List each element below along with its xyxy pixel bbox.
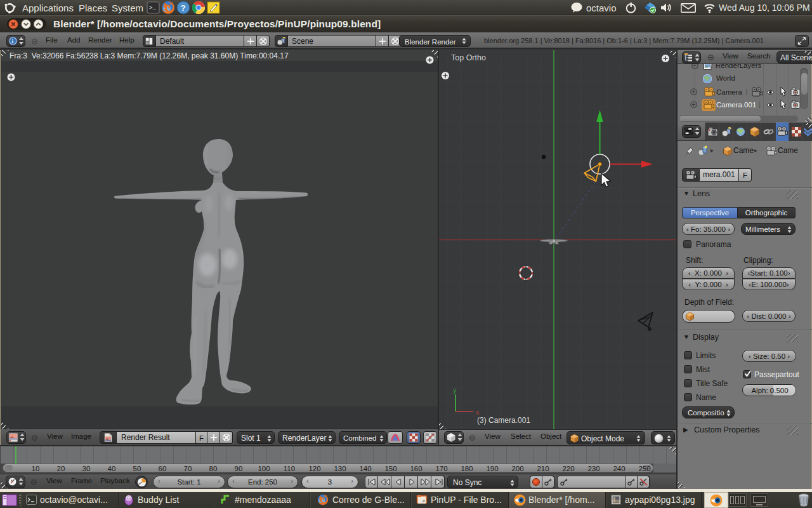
svg-text:?: ? <box>181 3 186 13</box>
svg-text:(3) Camera.001: (3) Camera.001 <box>477 416 530 425</box>
svg-text:y: y <box>453 386 457 394</box>
svg-text:Top Ortho: Top Ortho <box>451 53 486 62</box>
svg-text:>_: >_ <box>149 5 156 11</box>
svg-text:x: x <box>476 408 480 416</box>
